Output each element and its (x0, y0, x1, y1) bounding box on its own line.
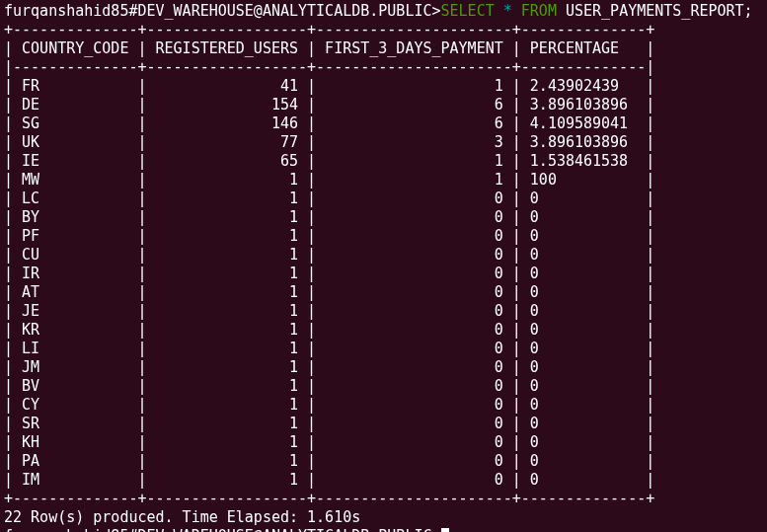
sql-table: USER_PAYMENTS_REPORT (566, 2, 744, 20)
sql-star: * (503, 2, 512, 20)
prompt-line-1: furqanshahid85#DEV_WAREHOUSE@ANALYTICALD… (4, 2, 441, 20)
prompt-context: DEV_WAREHOUSE@ANALYTICALDB.PUBLIC (137, 2, 431, 20)
result-table: +--------------+------------------+-----… (4, 21, 654, 507)
prompt-user: furqanshahid85 (4, 2, 128, 20)
sql-terminator: ; (744, 2, 753, 20)
footer-line: 22 Row(s) produced. Time Elapsed: 1.610s (4, 508, 360, 526)
prompt-user-2: furqanshahid85 (4, 527, 128, 532)
prompt-line-2: furqanshahid85#DEV_WAREHOUSE@ANALYTICALD… (4, 527, 441, 532)
terminal-window[interactable]: furqanshahid85#DEV_WAREHOUSE@ANALYTICALD… (0, 0, 767, 532)
prompt-context-2: DEV_WAREHOUSE@ANALYTICALDB.PUBLIC (137, 527, 431, 532)
sql-select: SELECT (441, 2, 495, 20)
cursor[interactable] (441, 528, 449, 532)
sql-from: FROM (521, 2, 557, 20)
